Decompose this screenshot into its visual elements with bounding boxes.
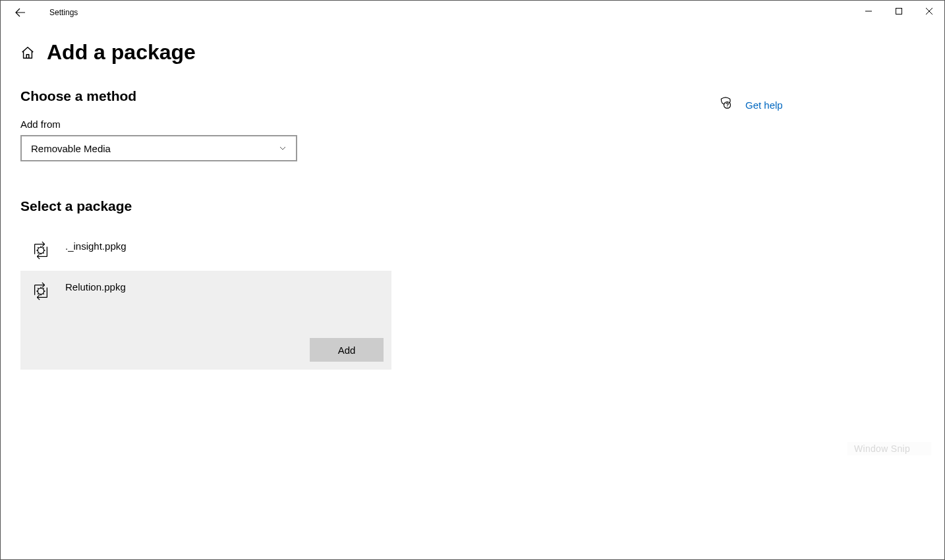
package-list: ._insight.ppkg Relution.ppkg Add: [20, 230, 391, 370]
package-item[interactable]: ._insight.ppkg: [20, 230, 391, 271]
maximize-icon: [896, 8, 902, 14]
page-header: Add a package: [20, 40, 925, 65]
content-area: Add a package Choose a method Add from R…: [1, 24, 944, 370]
home-icon: [20, 45, 35, 60]
help-section: Get help: [719, 97, 783, 113]
package-icon: [31, 281, 51, 301]
window-controls: [853, 1, 944, 22]
titlebar: Settings: [1, 1, 944, 24]
page-title: Add a package: [47, 40, 196, 65]
add-from-dropdown[interactable]: Removable Media: [20, 135, 297, 161]
back-arrow-icon: [15, 7, 26, 18]
section-method-header: Choose a method: [20, 88, 925, 104]
package-item-selected[interactable]: Relution.ppkg Add: [20, 271, 391, 370]
package-icon: [31, 240, 51, 260]
close-button[interactable]: [914, 1, 944, 22]
svg-rect-0: [896, 9, 902, 14]
dropdown-value: Removable Media: [31, 143, 111, 154]
minimize-button[interactable]: [853, 1, 884, 22]
back-button[interactable]: [7, 1, 34, 24]
package-name: Relution.ppkg: [65, 281, 126, 293]
home-button[interactable]: [20, 45, 35, 60]
help-icon: [719, 97, 732, 113]
minimize-icon: [865, 8, 872, 14]
close-icon: [926, 8, 932, 14]
package-name: ._insight.ppkg: [65, 240, 127, 252]
svg-point-4: [727, 107, 728, 107]
chevron-down-icon: [279, 144, 287, 152]
get-help-link[interactable]: Get help: [745, 99, 783, 111]
section-select-header: Select a package: [20, 198, 925, 214]
maximize-button[interactable]: [884, 1, 914, 22]
add-from-label: Add from: [20, 119, 925, 130]
add-button[interactable]: Add: [310, 338, 384, 362]
watermark-snip: Window Snip: [847, 442, 931, 455]
app-title: Settings: [34, 8, 78, 17]
